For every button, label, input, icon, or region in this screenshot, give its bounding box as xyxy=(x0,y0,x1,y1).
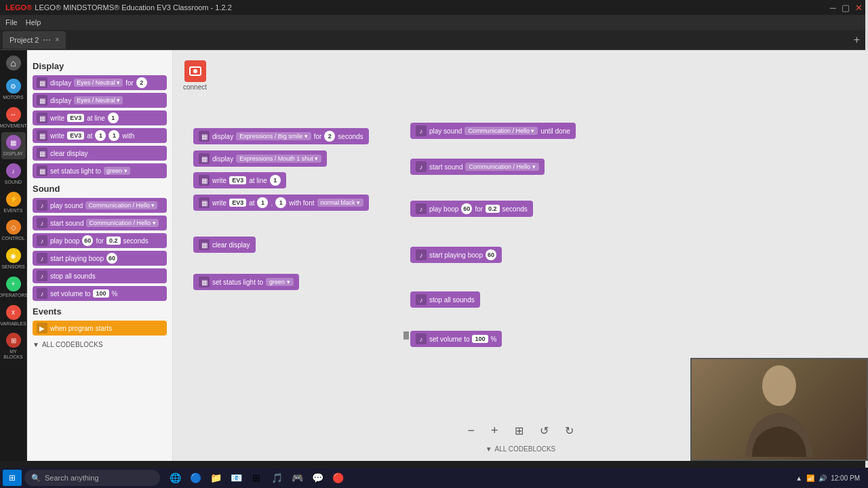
canvas-block-icon: ▦ xyxy=(199,131,210,142)
block-write1-icon: ▦ xyxy=(37,113,47,123)
block-playboop-icon: ♪ xyxy=(37,235,47,246)
taskbar-app-game[interactable]: 🎮 xyxy=(288,470,307,486)
search-placeholder-text: Search anything xyxy=(45,474,99,482)
block-display2-icon: ▦ xyxy=(37,95,47,106)
canvas-playsound[interactable]: ♪ play sound Communication / Hello ▾ unt… xyxy=(410,123,576,139)
canvas-playsound-icon: ♪ xyxy=(416,125,427,136)
tab-label: Project 2 xyxy=(9,36,39,44)
connect-icon xyxy=(184,60,206,82)
canvas-write1[interactable]: ▦ write EV3 at line 1 xyxy=(193,172,286,188)
sidebar-item-control[interactable]: ◇ CONTROL xyxy=(1,217,26,244)
sidebar-item-movement[interactable]: ↔ MOVEMENT xyxy=(1,104,26,131)
sidebar-item-sensors[interactable]: ◉ SENSORS xyxy=(1,245,26,272)
sidebar-item-sound[interactable]: ♪ SOUND xyxy=(1,161,26,188)
sidebar-operators-label: OPERATORS xyxy=(0,293,28,298)
canvas-startsound[interactable]: ♪ start sound Communication / Hello ▾ xyxy=(410,159,545,175)
all-codeblocks-palette[interactable]: ▼ ALL CODEBLOCKS xyxy=(33,341,167,348)
network-icon[interactable]: 📶 xyxy=(806,474,814,482)
tab-project2[interactable]: Project 2 ⋯ × xyxy=(3,31,66,49)
palette-block-whenstart[interactable]: ▶ when program starts xyxy=(33,321,167,336)
clock: 12:00 PM xyxy=(831,474,860,482)
taskbar-app-security[interactable]: 🔴 xyxy=(328,470,347,486)
sidebar-icons: ⌂ ⚙ MOTORS ↔ MOVEMENT ▦ DISPLAY ♪ SOUND xyxy=(0,50,27,461)
canvas-display-mouth[interactable]: ▦ display Expressions / Mouth 1 shut ▾ xyxy=(193,150,327,167)
maximize-button[interactable]: ▢ xyxy=(842,3,850,13)
canvas-volume[interactable]: ♪ set volume to 100 % xyxy=(410,331,502,347)
menu-bar: File Help xyxy=(0,15,868,30)
taskbar-app-chat[interactable]: 💬 xyxy=(308,470,327,486)
palette-events-title: Events xyxy=(33,306,167,317)
canvas-statuslight[interactable]: ▦ set status light to green ▾ xyxy=(193,274,299,290)
sidebar-item-operators[interactable]: + OPERATORS xyxy=(1,274,26,301)
sidebar-item-display[interactable]: ▦ DISPLAY xyxy=(1,132,26,159)
connect-label: connect xyxy=(183,83,207,91)
palette-block-playboop[interactable]: ♪ play boop 60 for 0.2 seconds xyxy=(33,233,167,248)
app-logo: LEGO® xyxy=(5,3,32,12)
tray-icons[interactable]: ▲ xyxy=(795,474,802,482)
sidebar-item-variables[interactable]: x VARIABLES xyxy=(1,302,26,329)
app-title: LEGO® MINDSTORMS® Education EV3 Classroo… xyxy=(35,3,232,12)
volume-icon[interactable]: 🔊 xyxy=(818,474,827,482)
redo-button[interactable]: ↻ xyxy=(562,422,576,440)
canvas-area: connect ▦ display Expressions / Big smil… xyxy=(173,50,868,461)
zoom-out-button[interactable]: − xyxy=(465,421,477,441)
title-bar: LEGO® LEGO® MINDSTORMS® Education EV3 Cl… xyxy=(0,0,868,15)
block-display-icon: ▦ xyxy=(37,77,47,88)
palette-block-volume[interactable]: ♪ set volume to 100 % xyxy=(33,286,167,301)
video-overlay xyxy=(690,358,868,461)
sidebar-events-label: EVENTS xyxy=(3,208,22,214)
palette-block-clear[interactable]: ▦ clear display xyxy=(33,146,167,161)
block-playsound-icon: ♪ xyxy=(37,200,47,211)
taskbar-search[interactable]: 🔍 Search anything xyxy=(24,470,160,486)
block-stopall-icon: ♪ xyxy=(37,270,47,281)
palette-block-display1[interactable]: ▦ display Eyes / Neutral ▾ for 2 xyxy=(33,75,167,90)
add-tab-button[interactable]: + xyxy=(854,34,860,46)
svg-point-2 xyxy=(762,365,796,406)
sidebar-control-label: CONTROL xyxy=(1,236,24,241)
block-statuslight-icon: ▦ xyxy=(37,165,47,176)
minimize-button[interactable]: ─ xyxy=(830,3,836,13)
sidebar-item-home[interactable]: ⌂ xyxy=(1,53,26,75)
palette-block-write2[interactable]: ▦ write EV3 at 1 1 with xyxy=(33,128,167,143)
palette-block-write1[interactable]: ▦ write EV3 at line 1 xyxy=(33,110,167,125)
canvas-write2-icon: ▦ xyxy=(199,197,210,208)
canvas-startboop[interactable]: ♪ start playing boop 60 xyxy=(410,247,502,263)
menu-file[interactable]: File xyxy=(5,18,18,26)
canvas-stopall[interactable]: ♪ stop all sounds xyxy=(410,291,480,308)
taskbar-app-store[interactable]: ⊞ xyxy=(247,470,266,486)
connect-block[interactable]: connect xyxy=(183,60,207,91)
palette-block-statuslight[interactable]: ▦ set status light to green ▾ xyxy=(33,163,167,178)
taskbar-app-edge[interactable]: 🌐 xyxy=(165,470,184,486)
close-button[interactable]: ✕ xyxy=(855,3,863,13)
sidebar-item-events[interactable]: ⚡ EVENTS xyxy=(1,189,26,216)
zoom-in-button[interactable]: + xyxy=(488,421,501,441)
tab-close-button[interactable]: × xyxy=(55,36,59,43)
palette-block-startboop[interactable]: ♪ start playing boop 60 xyxy=(33,251,167,266)
palette-block-playsound[interactable]: ♪ play sound Communication / Hello ▾ xyxy=(33,198,167,213)
block-startboop-icon: ♪ xyxy=(37,253,47,264)
taskbar-app-chrome[interactable]: 🔵 xyxy=(186,470,205,486)
palette-display-title: Display xyxy=(33,61,167,71)
taskbar-app-explorer[interactable]: 📁 xyxy=(206,470,225,486)
tab-options[interactable]: ⋯ xyxy=(43,35,51,45)
sidebar-item-myblocks[interactable]: ⊞ MY BLOCKS xyxy=(1,330,26,362)
start-button[interactable]: ⊞ xyxy=(3,470,22,486)
palette-block-startsound[interactable]: ♪ start sound Communication / Hello ▾ xyxy=(33,216,167,230)
canvas-clear-display[interactable]: ▦ clear display xyxy=(193,237,256,253)
canvas-statuslight-icon: ▦ xyxy=(199,277,210,287)
undo-button[interactable]: ↺ xyxy=(537,422,551,440)
sidebar-item-motors[interactable]: ⚙ MOTORS xyxy=(1,76,26,103)
palette-block-display2[interactable]: ▦ display Eyes / Neutral ▾ xyxy=(33,93,167,108)
canvas-display-bigsmile[interactable]: ▦ display Expressions / Big smile ▾ for … xyxy=(193,128,369,144)
all-codeblocks-canvas[interactable]: ▼ ALL CODEBLOCKS xyxy=(486,445,556,453)
menu-help[interactable]: Help xyxy=(26,18,41,26)
canvas-playboop[interactable]: ♪ play boop 60 for 0.2 seconds xyxy=(410,201,533,217)
sidebar-sensors-label: SENSORS xyxy=(1,264,24,270)
palette-block-stopall[interactable]: ♪ stop all sounds xyxy=(33,268,167,283)
canvas-write2[interactable]: ▦ write EV3 at 1 , 1 with font normal bl… xyxy=(193,195,369,211)
taskbar-app-mail[interactable]: 📧 xyxy=(226,470,245,486)
taskbar-app-media[interactable]: 🎵 xyxy=(267,470,286,486)
video-person xyxy=(692,359,867,460)
taskbar-apps: 🌐 🔵 📁 📧 ⊞ 🎵 🎮 💬 🔴 xyxy=(165,470,347,486)
fit-button[interactable]: ⊞ xyxy=(512,422,526,440)
